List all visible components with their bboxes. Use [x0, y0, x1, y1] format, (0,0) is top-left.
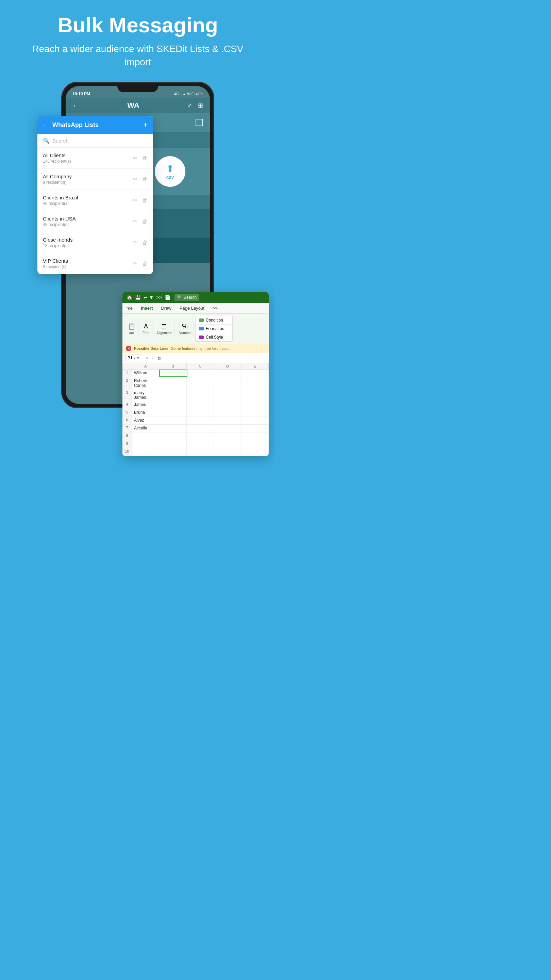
cell-c6[interactable]	[187, 417, 214, 424]
cell-d4[interactable]	[214, 401, 241, 409]
cell-d5[interactable]	[214, 409, 241, 417]
wa-list-item-2[interactable]: Clients in Brazil 46 recipient(s) ✏ 🗑	[37, 190, 153, 211]
col-header-b[interactable]: B	[159, 363, 186, 369]
wa-add-icon[interactable]: +	[143, 121, 148, 129]
menu-item-more[interactable]: >>	[208, 304, 222, 312]
cell-d2[interactable]	[214, 377, 241, 389]
cell-c9[interactable]	[187, 440, 214, 448]
col-header-a[interactable]: A	[132, 363, 159, 369]
edit-icon[interactable]: ✏	[133, 239, 137, 246]
cell-d10[interactable]	[214, 448, 241, 456]
edit-icon[interactable]: ✏	[133, 218, 137, 224]
cell-b5[interactable]	[159, 409, 186, 417]
menu-icon[interactable]: ⊞	[198, 102, 203, 109]
cell-a6[interactable]: Alvez	[132, 417, 159, 424]
cell-a3[interactable]: marry James	[132, 389, 159, 401]
delete-icon[interactable]: 🗑	[142, 261, 148, 267]
ribbon-group-number[interactable]: % Number	[176, 321, 194, 336]
wa-list-item-3[interactable]: Clients in USA 48 recipient(s) ✏ 🗑	[37, 211, 153, 232]
wa-search-bar[interactable]: 🔍 Search	[37, 134, 153, 148]
col-header-d[interactable]: D	[214, 363, 241, 369]
cell-d9[interactable]	[214, 440, 241, 448]
cell-c2[interactable]	[187, 377, 214, 389]
cell-c1[interactable]	[187, 369, 214, 377]
condition-item-3[interactable]: Cell Style	[195, 333, 232, 341]
cell-c5[interactable]	[187, 409, 214, 417]
back-arrow-icon[interactable]: ←	[73, 102, 79, 110]
cell-d1[interactable]	[214, 369, 241, 377]
cell-c3[interactable]	[187, 389, 214, 401]
col-header-e[interactable]: E	[241, 363, 269, 369]
cell-a1[interactable]: William	[132, 369, 159, 377]
cell-a2[interactable]: Roberto Carlos	[132, 377, 159, 389]
excel-search-box[interactable]: 🔍 Search	[175, 294, 199, 301]
wa-list-item-4[interactable]: Close friends 13 recipient(s) ✏ 🗑	[37, 232, 153, 253]
menu-item-page-layout[interactable]: Page Layout	[176, 304, 208, 312]
cell-d3[interactable]	[214, 389, 241, 401]
cell-e4[interactable]	[241, 401, 269, 409]
cell-c8[interactable]	[187, 433, 214, 440]
cell-e8[interactable]	[241, 433, 269, 440]
cell-b10[interactable]	[159, 448, 186, 456]
cell-b3[interactable]	[159, 389, 186, 401]
file-icon[interactable]: 📄	[165, 295, 170, 300]
cell-a7[interactable]: Accalia	[132, 425, 159, 432]
cell-e3[interactable]	[241, 389, 269, 401]
cell-a9[interactable]	[132, 440, 159, 448]
cell-d6[interactable]	[214, 417, 241, 424]
cell-e1[interactable]	[241, 369, 269, 377]
cell-e9[interactable]	[241, 440, 269, 448]
wa-list-item-0[interactable]: All Clients 148 recipient(s) ✏ 🗑	[37, 148, 153, 169]
home-icon[interactable]: 🏠	[127, 295, 132, 300]
menu-item-me[interactable]: me	[122, 304, 137, 312]
cell-b9[interactable]	[159, 440, 186, 448]
cell-b6[interactable]	[159, 417, 186, 424]
cell-b2[interactable]	[159, 377, 186, 389]
cell-b4[interactable]	[159, 401, 186, 409]
cell-e7[interactable]	[241, 425, 269, 432]
cell-d8[interactable]	[214, 433, 241, 440]
cell-c7[interactable]	[187, 425, 214, 432]
condition-item-1[interactable]: Condition	[195, 316, 232, 325]
cell-d7[interactable]	[214, 425, 241, 432]
wa-list-item-5[interactable]: VIP Clients 9 recipient(s) ✏ 🗑	[37, 253, 153, 274]
cell-e2[interactable]	[241, 377, 269, 389]
cancel-formula-icon[interactable]: ✕	[145, 355, 149, 361]
cell-e10[interactable]	[241, 448, 269, 456]
cell-b8[interactable]	[159, 433, 186, 440]
cell-e6[interactable]	[241, 417, 269, 424]
save-icon[interactable]: 💾	[135, 295, 141, 300]
menu-item-insert[interactable]: Insert	[137, 304, 157, 312]
ribbon-group-alignment[interactable]: ☰ Alignment	[154, 321, 175, 336]
check-icon[interactable]: ✓	[187, 102, 192, 109]
edit-icon[interactable]: ✏	[133, 155, 137, 161]
wa-list-item-1[interactable]: All Company 9 recipient(s) ✏ 🗑	[37, 169, 153, 190]
delete-icon[interactable]: 🗑	[142, 218, 148, 224]
cell-a10[interactable]	[132, 448, 159, 456]
ribbon-group-font[interactable]: A Font	[140, 321, 152, 336]
warning-close-icon[interactable]: ✕	[126, 346, 131, 351]
delete-icon[interactable]: 🗑	[142, 240, 148, 246]
menu-item-draw[interactable]: Draw	[157, 304, 175, 312]
condition-item-2[interactable]: Format as	[195, 325, 232, 333]
confirm-formula-icon[interactable]: ✓	[151, 355, 155, 361]
cell-e5[interactable]	[241, 409, 269, 417]
campaign-checkbox[interactable]	[195, 119, 203, 126]
col-header-c[interactable]: C	[187, 363, 214, 369]
edit-icon[interactable]: ✏	[133, 197, 137, 204]
cell-b1[interactable]	[159, 369, 187, 377]
delete-icon[interactable]: 🗑	[142, 176, 148, 182]
redo-icon[interactable]: >>	[156, 295, 162, 300]
edit-icon[interactable]: ✏	[133, 176, 137, 182]
cell-a8[interactable]	[132, 433, 159, 440]
cell-a5[interactable]: Bruna	[132, 409, 159, 417]
cell-a4[interactable]: James	[132, 401, 159, 409]
cell-b7[interactable]	[159, 425, 186, 432]
delete-icon[interactable]: 🗑	[142, 155, 148, 161]
edit-icon[interactable]: ✏	[133, 260, 137, 267]
csv-button[interactable]: ⬆ CSV	[155, 156, 185, 187]
cell-c10[interactable]	[187, 448, 214, 456]
delete-icon[interactable]: 🗑	[142, 197, 148, 204]
cell-c4[interactable]	[187, 401, 214, 409]
undo-icon[interactable]: ↩ ▼	[143, 295, 154, 300]
